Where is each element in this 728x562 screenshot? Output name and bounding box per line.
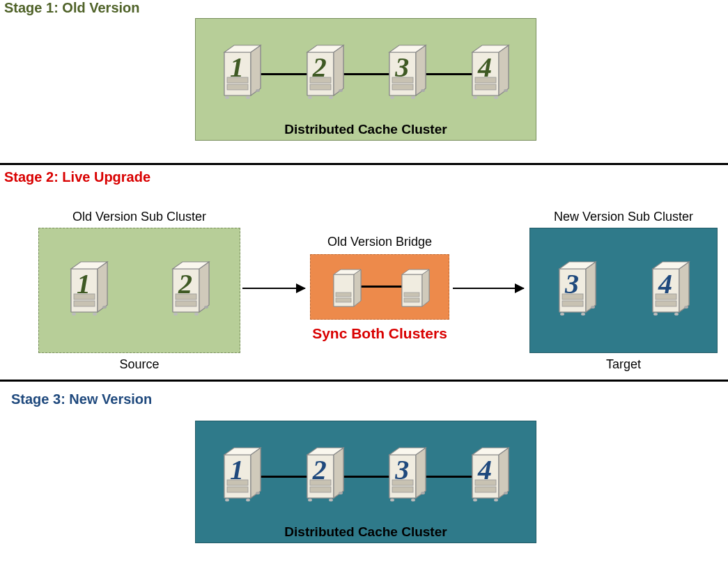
servers-row: 1 2 3 4 <box>220 40 513 102</box>
server-icon: 4 <box>649 256 693 319</box>
new-servers-row: 3 4 <box>555 256 693 319</box>
stage3-title-prefix: Stage 3: <box>11 391 69 407</box>
arrow-icon <box>242 288 305 289</box>
server-icon <box>330 265 364 309</box>
server-number: 3 <box>395 51 409 84</box>
stage2-title: Stage 2: Live Upgrade <box>0 165 728 188</box>
server-number: 2 <box>313 51 327 84</box>
new-sub-cluster-box: 3 4 <box>529 228 718 353</box>
server-number: 4 <box>658 267 672 300</box>
bridge-box <box>310 254 449 320</box>
server-icon: 4 <box>468 40 513 102</box>
server-icon: 3 <box>385 40 430 102</box>
server-icon: 1 <box>220 442 265 505</box>
server-icon: 2 <box>303 40 348 102</box>
server-number: 3 <box>395 453 409 486</box>
server-number: 1 <box>230 51 244 84</box>
stage1-title-rest: Old Version <box>62 0 139 15</box>
old-sub-cluster-box: 1 2 <box>38 228 240 353</box>
server-number: 2 <box>313 453 327 486</box>
stage1-title-prefix: Stage 1: <box>4 0 62 15</box>
server-icon: 2 <box>169 256 213 319</box>
stage2-title-rest: Live Upgrade <box>62 169 150 185</box>
server-number: 4 <box>478 51 492 84</box>
stage-1: Stage 1: Old Version 1 2 3 4 Distributed… <box>0 0 728 146</box>
stage1-title: Stage 1: Old Version <box>0 0 728 19</box>
server-icon: 4 <box>468 442 513 505</box>
server-number: 1 <box>230 453 244 486</box>
stage2-title-prefix: Stage 2: <box>4 169 62 185</box>
server-number: 4 <box>478 453 492 486</box>
server-icon: 1 <box>220 40 265 102</box>
server-icon: 2 <box>303 442 348 505</box>
arrow-icon <box>453 288 524 289</box>
stage3-title: Stage 3: New Version <box>0 382 728 410</box>
bridge-servers-row <box>330 265 432 309</box>
server-icon: 1 <box>67 256 111 319</box>
old-servers-row: 1 2 <box>67 256 213 319</box>
stage3-cluster-box: 1 2 3 4 Distributed Cache Cluster <box>195 421 536 543</box>
stage1-cluster-box: 1 2 3 4 Distributed Cache Cluster <box>195 18 536 141</box>
servers-row: 1 2 3 4 <box>220 442 513 505</box>
bridge-label: Old Version Bridge <box>307 235 453 249</box>
server-icon: 3 <box>555 256 600 319</box>
old-sub-label: Old Version Sub Cluster <box>38 210 240 224</box>
sync-label: Sync Both Clusters <box>307 325 453 342</box>
stage3-cluster-label: Distributed Cache Cluster <box>196 524 536 540</box>
stage1-cluster-label: Distributed Cache Cluster <box>196 122 536 137</box>
stage3-title-rest: New Version <box>69 391 152 407</box>
new-sub-label: New Version Sub Cluster <box>529 210 718 224</box>
server-number: 2 <box>178 267 192 300</box>
target-label: Target <box>529 357 718 372</box>
source-label: Source <box>38 357 240 372</box>
server-number: 1 <box>77 267 91 300</box>
stage-2: Stage 2: Live Upgrade Old Version Sub Cl… <box>0 165 728 374</box>
server-icon <box>398 265 432 309</box>
server-number: 3 <box>565 267 579 300</box>
server-icon: 3 <box>385 442 430 505</box>
stage-3: Stage 3: New Version 1 2 3 4 Distributed… <box>0 382 728 556</box>
